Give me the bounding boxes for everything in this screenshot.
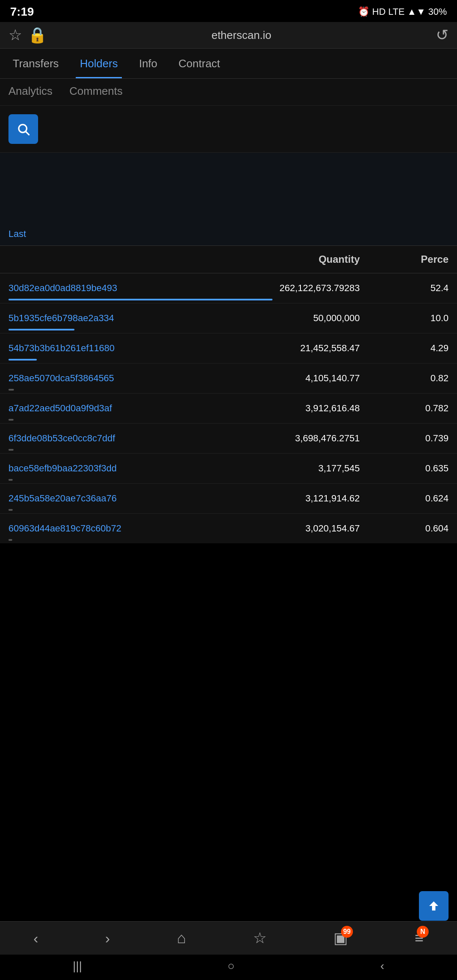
progress-bar <box>8 359 37 361</box>
url-display[interactable]: etherscan.io <box>47 29 436 42</box>
header-percent: Perce <box>368 253 449 265</box>
table-row[interactable]: 245b5a58e20ae7c36aa76 3,121,914.62 0.624 <box>0 484 457 514</box>
chart-area: Last <box>0 153 457 246</box>
main-tabs: Transfers Holders Info Contract <box>0 49 457 79</box>
percent-cell: 0.635 <box>368 463 449 474</box>
table-row[interactable]: 5b1935cfe6b798ae2a334 50,000,000 10.0 <box>0 303 457 333</box>
search-button[interactable] <box>8 114 38 144</box>
address-cell[interactable]: 6f3dde08b53ce0cc8c7ddf <box>8 433 209 444</box>
quantity-cell: 3,912,616.48 <box>209 403 368 414</box>
tab-transfers[interactable]: Transfers <box>8 49 63 78</box>
table-row[interactable]: 30d82ea0d0ad8819be493 262,122,673.79283 … <box>0 273 457 303</box>
address-cell[interactable]: 54b73b3b61b261ef11680 <box>8 343 209 354</box>
percent-cell: 0.624 <box>368 493 449 504</box>
address-cell[interactable]: 30d82ea0d0ad8819be493 <box>8 283 209 294</box>
progress-bar-container <box>8 299 449 300</box>
lock-icon: 🔒 <box>28 26 47 44</box>
percent-cell: 0.82 <box>368 373 449 384</box>
table-row[interactable]: a7ad22aed50d0a9f9d3af 3,912,616.48 0.782 <box>0 394 457 424</box>
tab-holders[interactable]: Holders <box>76 49 122 78</box>
percent-cell: 0.782 <box>368 403 449 414</box>
percent-cell: 0.739 <box>368 433 449 444</box>
browser-bar: ☆ 🔒 etherscan.io ↺ <box>0 22 457 49</box>
star-icon[interactable]: ☆ <box>8 26 22 44</box>
table-row[interactable]: 258ae5070dca5f3864565 4,105,140.77 0.82 <box>0 363 457 394</box>
percent-cell: 4.29 <box>368 343 449 354</box>
progress-bar <box>8 329 74 330</box>
subtab-analytics[interactable]: Analytics <box>8 85 52 99</box>
header-address <box>8 253 209 265</box>
quantity-cell: 3,020,154.67 <box>209 523 368 534</box>
status-icons: ⏰ HD LTE ▲▼ 30% <box>358 6 447 17</box>
progress-bar-container <box>8 359 449 361</box>
percent-cell: 52.4 <box>368 283 449 294</box>
progress-bar-container <box>8 509 449 511</box>
quantity-cell: 3,698,476.2751 <box>209 433 368 444</box>
quantity-cell: 3,177,545 <box>209 463 368 474</box>
address-cell[interactable]: 5b1935cfe6b798ae2a334 <box>8 313 209 324</box>
status-time: 7:19 <box>10 5 34 19</box>
holders-table: Quantity Perce 30d82ea0d0ad8819be493 262… <box>0 246 457 543</box>
svg-line-1 <box>26 132 29 135</box>
subtab-comments[interactable]: Comments <box>69 85 123 99</box>
sub-tabs: Analytics Comments <box>0 79 457 106</box>
quantity-cell: 3,121,914.62 <box>209 493 368 504</box>
quantity-cell: 50,000,000 <box>209 313 368 324</box>
table-row[interactable]: 60963d44ae819c78c60b72 3,020,154.67 0.60… <box>0 514 457 543</box>
table-row[interactable]: bace58efb9baa22303f3dd 3,177,545 0.635 <box>0 454 457 484</box>
progress-bar <box>8 299 273 300</box>
table-body: 30d82ea0d0ad8819be493 262,122,673.79283 … <box>0 273 457 543</box>
address-cell[interactable]: 60963d44ae819c78c60b72 <box>8 523 209 534</box>
refresh-icon[interactable]: ↺ <box>436 26 449 44</box>
quantity-cell: 4,105,140.77 <box>209 373 368 384</box>
table-row[interactable]: 6f3dde08b53ce0cc8c7ddf 3,698,476.2751 0.… <box>0 424 457 454</box>
tab-info[interactable]: Info <box>135 49 161 78</box>
search-icon <box>17 122 30 136</box>
address-cell[interactable]: 245b5a58e20ae7c36aa76 <box>8 493 209 504</box>
chart-last-label: Last <box>8 228 26 239</box>
status-bar: 7:19 ⏰ HD LTE ▲▼ 30% <box>0 0 457 22</box>
tab-contract[interactable]: Contract <box>174 49 224 78</box>
progress-bar <box>8 509 13 511</box>
progress-bar-container <box>8 479 449 481</box>
progress-bar-container <box>8 329 449 330</box>
address-cell[interactable]: 258ae5070dca5f3864565 <box>8 373 209 384</box>
progress-bar-container <box>8 539 449 541</box>
progress-bar <box>8 389 14 391</box>
table-header: Quantity Perce <box>0 246 457 273</box>
progress-bar-container <box>8 419 449 421</box>
address-cell[interactable]: bace58efb9baa22303f3dd <box>8 463 209 474</box>
status-icons-right: ⏰ HD LTE ▲▼ 30% <box>358 6 447 17</box>
percent-cell: 0.604 <box>368 523 449 534</box>
percent-cell: 10.0 <box>368 313 449 324</box>
quantity-cell: 21,452,558.47 <box>209 343 368 354</box>
table-row[interactable]: 54b73b3b61b261ef11680 21,452,558.47 4.29 <box>0 333 457 363</box>
quantity-cell: 262,122,673.79283 <box>209 283 368 294</box>
progress-bar-container <box>8 389 449 391</box>
progress-bar <box>8 449 14 451</box>
progress-bar-container <box>8 449 449 451</box>
progress-bar <box>8 419 14 421</box>
header-quantity: Quantity <box>209 253 368 265</box>
progress-bar <box>8 539 12 541</box>
address-cell[interactable]: a7ad22aed50d0a9f9d3af <box>8 403 209 414</box>
search-area <box>0 106 457 153</box>
progress-bar <box>8 479 13 481</box>
